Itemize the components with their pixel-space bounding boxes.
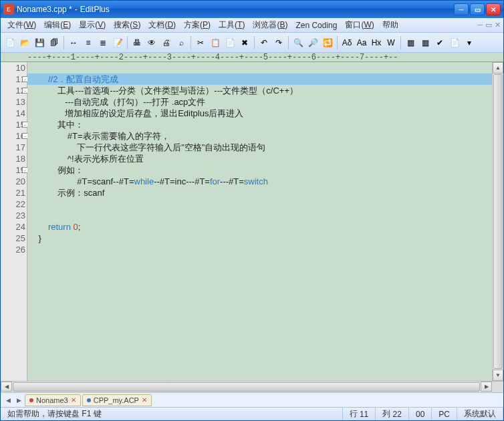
doc-tab-Noname3[interactable]: Noname3✕	[25, 394, 81, 406]
scroll-up-button[interactable]: ▲	[493, 62, 503, 74]
menu-方案[interactable]: 方案(P)	[180, 18, 215, 32]
toolbar-button[interactable]: Hx	[370, 36, 383, 49]
toolbar-separator	[400, 36, 401, 49]
line-number: 19-	[1, 164, 27, 176]
toolbar-button[interactable]: ↷	[272, 36, 285, 49]
code-line[interactable]: 其中：	[27, 119, 492, 130]
hscroll-thumb[interactable]	[13, 382, 480, 392]
tab-close-icon[interactable]: ✕	[71, 396, 76, 404]
line-number: 25-	[1, 233, 27, 244]
tab-label: Noname3	[36, 396, 68, 404]
tab-close-icon[interactable]: ✕	[142, 396, 147, 404]
toolbar-button[interactable]: 👁	[145, 36, 158, 49]
close-button[interactable]: ✕	[486, 3, 501, 15]
line-number: 13-	[1, 96, 27, 108]
line-number: 17-	[1, 142, 27, 153]
toolbar-button[interactable]: ⌕	[174, 36, 188, 49]
toolbar-separator	[64, 36, 64, 49]
scroll-down-button[interactable]: ▼	[493, 370, 503, 381]
toolbar-button[interactable]: 🖨	[160, 36, 173, 49]
toolbar-button[interactable]: ✖	[238, 36, 251, 49]
toolbar-button[interactable]: ▦	[404, 36, 417, 49]
menu-工具[interactable]: 工具(T)	[215, 18, 249, 32]
toolbar-button[interactable]: 🗐	[47, 36, 61, 49]
code-line[interactable]	[27, 198, 492, 210]
toolbar-button[interactable]: ✂	[194, 36, 207, 49]
maximize-button[interactable]: ▭	[470, 3, 485, 15]
tab-scroll-left[interactable]: ◀	[3, 396, 13, 405]
line-number: 11-	[1, 74, 27, 85]
code-line[interactable]: //2．配置自动完成	[27, 74, 492, 85]
code-line[interactable]: 工具---首选项---分类（文件类型与语法）---文件类型（c/C++）	[27, 85, 492, 96]
menu-显示[interactable]: 显示(V)	[75, 18, 110, 32]
code-line[interactable]: 下一行代表这些字符输入后"空格"自动出现的语句	[27, 142, 492, 153]
toolbar-button[interactable]: 📝	[111, 36, 124, 49]
menu-窗口[interactable]: 窗口(W)	[341, 18, 378, 32]
toolbar-button[interactable]: Aδ	[340, 36, 354, 49]
code-line[interactable]: 示例：scanf	[27, 187, 492, 198]
code-line[interactable]: #T=表示需要输入的字符，	[27, 130, 492, 142]
toolbar-separator	[254, 36, 255, 49]
menu-浏览器[interactable]: 浏览器(B)	[249, 18, 291, 32]
vertical-scrollbar[interactable]: ▲ ▼	[492, 62, 503, 381]
toolbar: 📄📂💾🗐↔≡≣📝🖶👁🖨⌕✂📋📄✖↶↷🔍🔎🔁AδAaHxW▦▦✔📄▾	[1, 33, 503, 53]
toolbar-button[interactable]: 📄	[448, 36, 461, 49]
tab-scroll-right[interactable]: ▶	[14, 396, 23, 405]
code-line[interactable]: ---自动完成（打勾）---打开 .acp文件	[27, 96, 492, 108]
menu-文件[interactable]: 文件(W)	[3, 18, 40, 32]
code-line[interactable]	[27, 244, 492, 255]
tab-label: CPP_my.ACP	[94, 396, 139, 404]
toolbar-button[interactable]: 🔁	[321, 36, 334, 49]
code-line[interactable]: ^!表示光标所在位置	[27, 153, 492, 164]
code-line[interactable]: #T=scanf--#T=while--#T=inc---#T=for---#T…	[27, 176, 492, 187]
toolbar-button[interactable]: ▦	[418, 36, 432, 49]
code-editor[interactable]: //2．配置自动完成 工具---首选项---分类（文件类型与语法）---文件类型…	[27, 62, 492, 381]
mdi-close-icon[interactable]: ✕	[495, 21, 501, 29]
line-number: 22-	[1, 198, 27, 210]
toolbar-button[interactable]: W	[384, 36, 398, 49]
mdi-minimize-icon[interactable]: ─	[477, 21, 483, 29]
code-line[interactable]	[27, 62, 492, 74]
menu-Zen Coding[interactable]: Zen Coding	[291, 19, 341, 31]
menu-编辑[interactable]: 编辑(E)	[40, 18, 75, 32]
toolbar-button[interactable]: ▾	[463, 36, 476, 49]
toolbar-separator	[337, 36, 338, 49]
toolbar-button[interactable]: 📂	[18, 36, 31, 49]
scroll-thumb[interactable]	[493, 74, 503, 369]
code-line[interactable]	[27, 210, 492, 221]
title-bar: E Noname3.cpp * - EditPlus ─ ▭ ✕	[1, 1, 503, 18]
toolbar-button[interactable]: ✔	[433, 36, 447, 49]
scroll-left-button[interactable]: ◀	[1, 382, 12, 392]
line-number: 10-	[1, 62, 27, 74]
status-total: 00	[409, 408, 432, 420]
toolbar-button[interactable]: ≣	[96, 36, 110, 49]
toolbar-button[interactable]: Aa	[355, 36, 368, 49]
scroll-right-button[interactable]: ▶	[481, 382, 492, 392]
code-line[interactable]: 例如：	[27, 164, 492, 176]
toolbar-button[interactable]: 📄	[3, 36, 17, 49]
line-number: 23-	[1, 210, 27, 221]
toolbar-button[interactable]: ↶	[257, 36, 271, 49]
document-tabs: ◀ ▶ Noname3✕CPP_my.ACP✕	[1, 392, 503, 407]
doc-tab-CPP_my.ACP[interactable]: CPP_my.ACP✕	[82, 394, 152, 406]
toolbar-button[interactable]: 🔍	[291, 36, 305, 49]
code-line[interactable]: 增加相应的设定后存盘，退出Editplus后再进入	[27, 108, 492, 119]
code-line[interactable]: }	[27, 233, 492, 244]
menu-帮助[interactable]: 帮助	[378, 18, 402, 32]
code-line[interactable]: return 0;	[27, 221, 492, 233]
line-number: 14-	[1, 108, 27, 119]
toolbar-button[interactable]: 💾	[33, 36, 46, 49]
horizontal-scrollbar[interactable]: ◀ ▶	[1, 381, 503, 392]
toolbar-button[interactable]: ≡	[82, 36, 95, 49]
menu-文档[interactable]: 文档(D)	[144, 18, 180, 32]
toolbar-button[interactable]: 📄	[223, 36, 237, 49]
toolbar-button[interactable]: 🔎	[306, 36, 320, 49]
status-ime: 系统默认	[457, 408, 503, 420]
toolbar-button[interactable]: 📋	[209, 36, 222, 49]
toolbar-button[interactable]: 🖶	[130, 36, 144, 49]
minimize-button[interactable]: ─	[454, 3, 469, 15]
mdi-restore-icon[interactable]: ▭	[485, 21, 492, 29]
menu-搜索[interactable]: 搜索(S)	[110, 18, 144, 32]
toolbar-button[interactable]: ↔	[67, 36, 80, 49]
app-icon: E	[3, 4, 14, 15]
